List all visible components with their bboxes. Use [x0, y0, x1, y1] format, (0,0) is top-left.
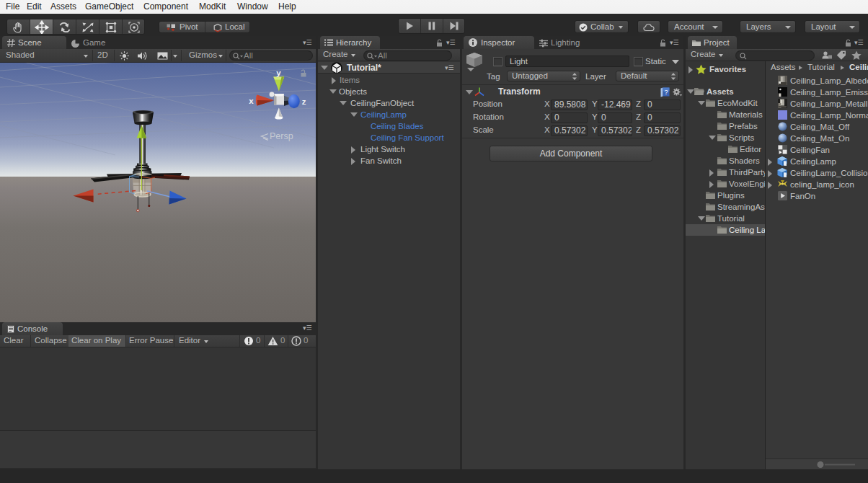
svg-text:z: z [302, 97, 306, 106]
svg-text:?: ? [664, 89, 668, 96]
svg-text:x: x [249, 97, 254, 105]
svg-text:y: y [276, 68, 281, 77]
svg-text:Persp: Persp [270, 131, 293, 141]
